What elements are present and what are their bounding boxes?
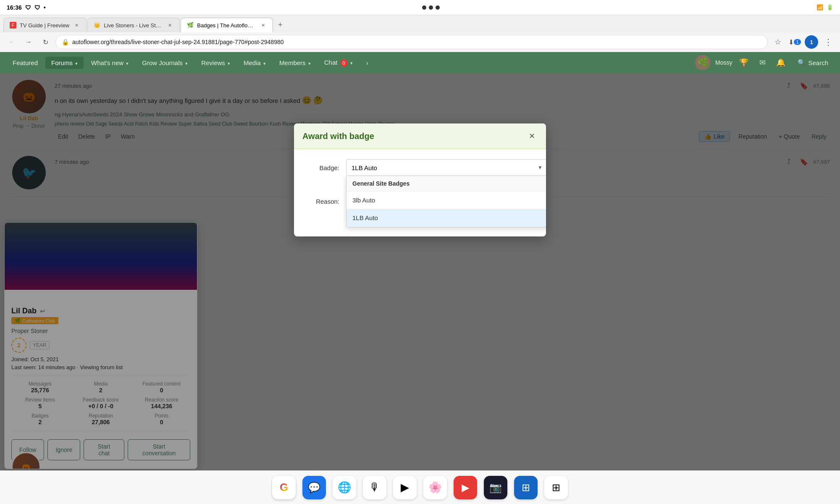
nav-chat-label: Chat [324,59,338,66]
forward-button[interactable]: → [22,35,35,49]
tab-favicon-badges: 🌿 [187,22,194,29]
search-button[interactable]: 🔍 Search [793,56,833,69]
nav-grow-journals[interactable]: Grow Journals ▾ [136,57,194,69]
nav-reviews-label: Reviews [201,59,225,66]
nav-members[interactable]: Members ▾ [273,57,317,69]
dropdown-item-1lb[interactable]: 1LB Auto [346,209,546,227]
tab-close-tvguide[interactable]: ✕ [73,21,80,29]
tab-close-livestoners[interactable]: ✕ [166,21,173,29]
modal-body: Badge: 1LB Auto ▼ General Site Badges 3l… [294,149,546,236]
dropdown-group-label: General Site Badges [346,176,546,192]
user-avatar[interactable]: 🌿 [695,55,710,70]
browser-chrome: F TV Guide | Freeview ✕ 👑 Live Stoners -… [0,15,840,52]
modal-overlay: Award with badge ✕ Badge: 1LB Auto ▼ Gen… [0,73,840,475]
dot-1 [422,5,426,10]
profile-number-badge[interactable]: 1 [805,35,818,49]
nav-username[interactable]: Mossy [715,59,732,66]
taskbar-camera[interactable]: 📷 [484,476,507,499]
address-row: ← → ↻ 🔒 autoflower.org/threads/live-ston… [0,32,840,52]
bookmark-button[interactable]: ☆ [771,35,785,49]
nav-featured-label: Featured [13,59,38,66]
members-arrow: ▾ [308,61,311,66]
reason-label: Reason: [306,198,339,205]
taskbar-grid2[interactable]: ⊞ [544,476,568,499]
chat-arrow: ▾ [350,60,353,66]
status-right: 📶 🔋 [816,4,833,10]
bell-button[interactable]: 🔔 [774,56,788,69]
tab-tvguide[interactable]: F TV Guide | Freeview ✕ [3,18,87,32]
download-button[interactable]: ⬇ 1 [788,35,801,49]
badge-select-wrapper: 1LB Auto ▼ General Site Badges 3lb Auto … [346,159,546,176]
dot-2 [429,5,433,10]
tab-title-badges: Badges | The Autoflower Ne… [197,22,256,29]
message-button[interactable]: ✉ [756,56,769,69]
nav-grow-journals-label: Grow Journals [142,59,183,66]
tab-favicon-tvguide: F [10,22,16,29]
media-arrow: ▾ [263,61,266,66]
nav-featured[interactable]: Featured [7,57,44,69]
chat-badge: 0 [340,59,348,67]
taskbar-play[interactable]: ▶ [393,476,417,499]
menu-button[interactable]: ⋮ [822,35,835,49]
tab-badges[interactable]: 🌿 Badges | The Autoflower Ne… ✕ [181,18,273,32]
dot-3 [436,5,440,10]
selected-badge-text: 1LB Auto [352,164,377,171]
nav-members-label: Members [279,59,306,66]
taskbar-grid1[interactable]: ⊞ [514,476,538,499]
battery-icon: 🔋 [827,4,833,10]
lock-icon: 🔒 [62,39,69,45]
status-center-dots [422,5,440,10]
nav-reviews[interactable]: Reviews ▾ [195,57,236,69]
nav-right: 🌿 Mossy 🏆 ✉ 🔔 🔍 Search [695,55,833,70]
taskbar-messages[interactable]: 💬 [302,476,326,499]
status-time: 16:36 [7,4,22,11]
dropdown-item-3lb[interactable]: 3lb Auto [346,192,546,209]
tabs-row: F TV Guide | Freeview ✕ 👑 Live Stoners -… [0,15,840,32]
forums-arrow: ▾ [75,61,78,66]
back-button[interactable]: ← [5,35,18,49]
search-label: Search [808,59,828,66]
award-badge-modal: Award with badge ✕ Badge: 1LB Auto ▼ Gen… [294,123,546,236]
tab-title-livestoners: Live Stoners - Live Stoner C… [104,22,163,29]
modal-title: Award with badge [302,131,374,141]
taskbar-chrome[interactable]: 🌐 [333,476,356,499]
tab-close-badges[interactable]: ✕ [259,21,267,29]
search-icon: 🔍 [798,59,806,66]
badge-form-row: Badge: 1LB Auto ▼ General Site Badges 3l… [306,159,534,176]
add-tab-button[interactable]: + [274,19,286,32]
nav-forums[interactable]: Forums ▾ [45,57,84,69]
site-nav: Featured Forums ▾ What's new ▾ Grow Jour… [0,52,840,73]
tab-favicon-livestoners: 👑 [94,22,100,29]
status-bar: 16:36 🛡 🛡 • 📶 🔋 [0,0,840,15]
whats-new-arrow: ▾ [126,61,129,66]
tab-title-tvguide: TV Guide | Freeview [20,22,69,29]
reviews-arrow: ▾ [228,61,230,66]
taskbar-photos[interactable]: 🌸 [423,476,447,499]
nav-forums-label: Forums [51,59,73,66]
taskbar: G 💬 🌐 🎙 ▶ 🌸 ▶ 📷 ⊞ ⊞ [0,470,840,504]
nav-whats-new-label: What's new [91,59,123,66]
reload-button[interactable]: ↻ [39,35,52,49]
nav-media[interactable]: Media ▾ [238,57,272,69]
download-badge: 1 [794,39,801,45]
modal-close-button[interactable]: ✕ [526,130,538,142]
security-icon-2: 🛡 [34,4,40,11]
nav-more[interactable]: › [360,57,374,69]
status-dot-indicator: • [44,4,46,11]
taskbar-googlemic[interactable]: 🎙 [363,476,386,499]
tab-livestoners[interactable]: 👑 Live Stoners - Live Stoner C… ✕ [87,18,180,32]
nav-whats-new[interactable]: What's new ▾ [85,57,134,69]
post-content-area: 🎃 Lil Dab Prop → Donor 27 minutes ago ⤴ … [0,73,840,475]
address-bar[interactable]: 🔒 autoflower.org/threads/live-stoner-cha… [55,35,768,49]
modal-header: Award with badge ✕ [294,123,546,149]
security-icon-1: 🛡 [25,4,31,11]
nav-chat[interactable]: Chat 0 ▾ [318,56,359,69]
wifi-icon: 📶 [816,4,823,10]
trophy-button[interactable]: 🏆 [737,56,751,69]
url-text: autoflower.org/threads/live-stoner-chat-… [72,39,761,45]
badge-select[interactable]: 1LB Auto [346,159,546,176]
badge-label: Badge: [306,164,339,171]
taskbar-youtube[interactable]: ▶ [454,476,477,499]
taskbar-google[interactable]: G [272,476,296,499]
grow-journals-arrow: ▾ [185,61,188,66]
